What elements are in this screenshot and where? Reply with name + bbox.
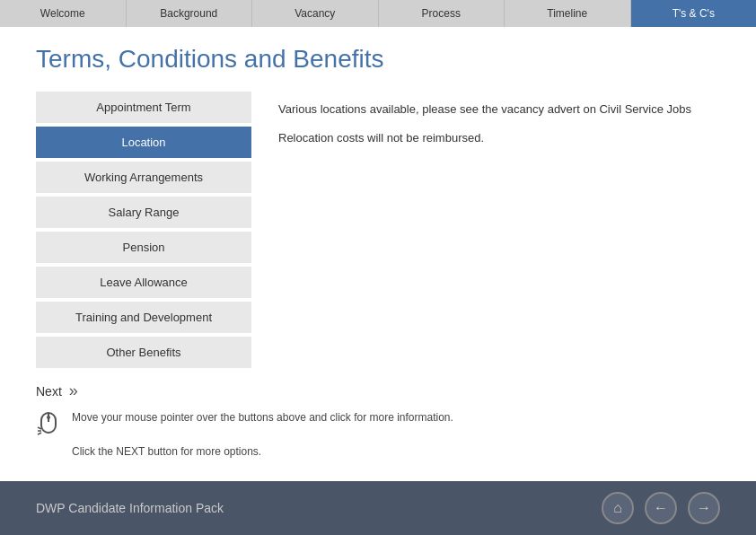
- help-text: Move your mouse pointer over the buttons…: [72, 409, 453, 461]
- nav-item-welcome[interactable]: Welcome: [0, 0, 127, 27]
- sidebar-item-other-benefits[interactable]: Other Benefits: [36, 337, 251, 368]
- sidebar-item-appointment-term[interactable]: Appointment Term: [36, 92, 251, 123]
- forward-icon: →: [697, 500, 711, 516]
- back-button[interactable]: ←: [645, 492, 677, 524]
- sidebar-menu: Appointment TermLocationWorking Arrangem…: [36, 92, 251, 368]
- help-section: Move your mouse pointer over the buttons…: [36, 409, 720, 461]
- forward-button[interactable]: →: [688, 492, 720, 524]
- back-icon: ←: [654, 500, 668, 516]
- mouse-icon: [36, 409, 61, 444]
- next-section: Next »: [36, 382, 720, 400]
- nav-item-timeline[interactable]: Timeline: [505, 0, 631, 27]
- location-paragraph-1: Various locations available, please see …: [278, 101, 720, 118]
- nav-item-t's-&-c's[interactable]: T's & C's: [631, 0, 757, 27]
- content-layout: Appointment TermLocationWorking Arrangem…: [36, 92, 720, 368]
- location-paragraph-2: Relocation costs will not be reimbursed.: [278, 129, 720, 147]
- page-title: Terms, Conditions and Benefits: [36, 45, 720, 74]
- footer-icons: ⌂ ← →: [602, 492, 720, 524]
- svg-point-2: [47, 416, 50, 419]
- right-content: Various locations available, please see …: [278, 92, 720, 368]
- svg-line-5: [38, 433, 41, 434]
- next-label: Next: [36, 384, 62, 399]
- nav-item-vacancy[interactable]: Vacancy: [252, 0, 379, 27]
- next-arrows-icon[interactable]: »: [69, 382, 78, 400]
- sidebar-item-pension[interactable]: Pension: [36, 232, 251, 263]
- home-icon: ⌂: [613, 500, 622, 516]
- sidebar-item-working-arrangements[interactable]: Working Arrangements: [36, 162, 251, 193]
- nav-item-process[interactable]: Process: [379, 0, 505, 27]
- help-text-2: Click the NEXT button for more options.: [72, 443, 453, 460]
- sidebar-item-location[interactable]: Location: [36, 127, 251, 158]
- sidebar-item-training-and-development[interactable]: Training and Development: [36, 302, 251, 333]
- home-button[interactable]: ⌂: [602, 492, 634, 524]
- help-text-1: Move your mouse pointer over the buttons…: [72, 409, 453, 426]
- footer: DWP Candidate Information Pack ⌂ ← →: [0, 481, 756, 535]
- footer-title: DWP Candidate Information Pack: [36, 501, 224, 515]
- main-content: Terms, Conditions and Benefits Appointme…: [0, 27, 756, 479]
- sidebar-item-salary-range[interactable]: Salary Range: [36, 197, 251, 228]
- sidebar-item-leave-allowance[interactable]: Leave Allowance: [36, 267, 251, 298]
- nav-item-background[interactable]: Background: [127, 0, 253, 27]
- top-nav: WelcomeBackgroundVacancyProcessTimelineT…: [0, 0, 756, 27]
